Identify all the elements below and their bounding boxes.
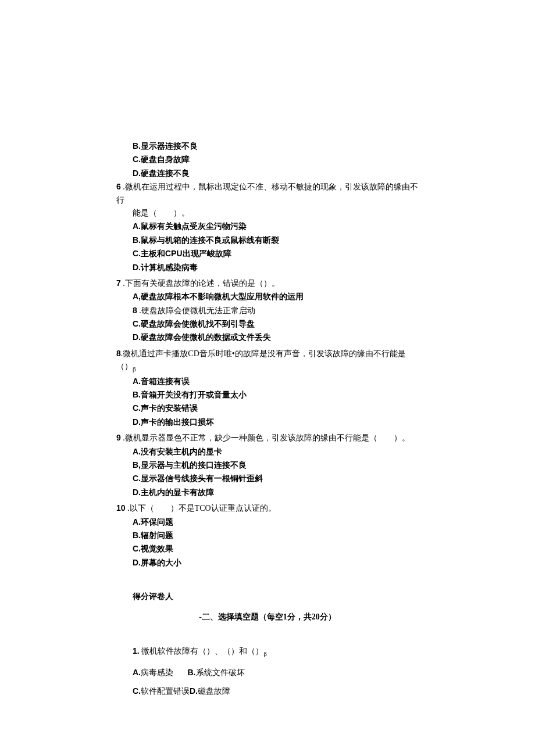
q9-option-c: C.显示器信号线接头有一根铜针歪斜 <box>116 472 419 485</box>
q6-stem-line2: 能是（ ）。 <box>116 207 419 220</box>
opt-label: B,显示器与主机的接口连接不良 <box>133 460 247 470</box>
q5-option-c: C.硬盘自身故障 <box>116 153 419 166</box>
q6-stem-text-1: .微机在运用过程中，鼠标出现定位不准、移动不敏捷的现象，引发该故障的缘由不行 <box>116 182 418 204</box>
q6-option-c: C.主板和CPU出现严峻故障 <box>116 247 419 260</box>
q10-option-c: C.视觉效果 <box>116 542 419 556</box>
q9-option-a: A.没有安装主机内的显卡 <box>116 445 419 458</box>
q6-option-b: B.鼠标与机箱的连接不良或鼠标线有断裂 <box>116 234 419 247</box>
q9-stem-text: .微机显示器显色不正常，缺少一种颜色，引发该故障的缘由不行能是（ ）。 <box>121 433 410 442</box>
opt-label: A.没有安装主机内的显卡 <box>133 447 222 456</box>
fill1-a-label: A. <box>133 668 141 677</box>
q6-number: 6 <box>116 182 121 191</box>
opt-label: B.鼠标与机箱的连接不良或鼠标线有断裂 <box>133 235 279 245</box>
opt-label: C.显示器信号线接头有一根铜针歪斜 <box>133 474 263 483</box>
q8-option-c: C.声卡的安装错误 <box>116 402 419 415</box>
fill1-sub: β <box>263 650 267 657</box>
fill1-d-text: 磁盘故障 <box>198 687 230 696</box>
fill1-d-label: D. <box>190 686 198 696</box>
fill-question-1: 1. 微机软件故障有（）、（）和（）β A.病毒感染 B.系统文件破坏 C.软件… <box>116 644 419 698</box>
q6-option-d: D.计算机感染病毒 <box>116 261 419 274</box>
opt-label: C.硬盘自身故障 <box>133 155 190 164</box>
q8-option-b: B.音箱开关没有打开或音量太小 <box>116 388 419 402</box>
fill1-stem: 1. 微机软件故障有（）、（）和（）β <box>133 644 419 659</box>
q9-option-b: B,显示器与主机的接口连接不良 <box>116 458 419 472</box>
question-8: 8.微机通过声卡播放CD音乐时唯•的故障是没有声音，引发该故障的缘由不行能是（）… <box>116 347 419 429</box>
q10-stem: 10 .以下（ ）不是TCO认证重点认证的。 <box>116 501 419 515</box>
q7-number: 7 <box>116 278 121 288</box>
fill1-a-text: 病毒感染 <box>141 668 173 677</box>
q5-option-d: D.硬盘连接不良 <box>116 167 419 180</box>
opt-label: B.音箱开关没有打开或音量太小 <box>133 390 247 399</box>
opt-label: D.屏幕的大小 <box>133 558 181 567</box>
opt-label: D.计算机感染病毒 <box>133 263 198 272</box>
q8-stem: 8.微机通过声卡播放CD音乐时唯•的故障是没有声音，引发该故障的缘由不行能是（）… <box>116 347 419 375</box>
q10-number: 10 <box>116 503 126 513</box>
opt-label: C.视觉效果 <box>133 544 173 553</box>
opt-label: B.显示器连接不良 <box>133 141 198 151</box>
q9-number: 9 <box>116 433 121 442</box>
opt-label: A.音箱连接有误 <box>133 377 190 386</box>
q10-option-a: A.环保问题 <box>116 515 419 529</box>
opt-label: A,硬盘故障根本不影响微机大型应用软件的运用 <box>133 292 304 301</box>
opt-label: D.主机内的显卡有故障 <box>133 488 214 497</box>
q8-option-a: A.音箱连接有误 <box>116 375 419 388</box>
opt-label: D.硬盘连接不良 <box>133 169 190 178</box>
fill1-b-label: B. <box>188 668 196 677</box>
fill1-row-ab: A.病毒感染 B.系统文件破坏 <box>133 666 419 679</box>
q8-option-d: D.声卡的输出接口损坏 <box>116 415 419 429</box>
q6-option-a: A.鼠标有关触点受灰尘污物污染 <box>116 220 419 233</box>
q6-stem-line1: 6 .微机在运用过程中，鼠标出现定位不准、移动不敏捷的现象，引发该故障的缘由不行 <box>116 180 419 207</box>
q7-option-c: C.硬盘故障会使微机找不到引导盘 <box>116 317 419 331</box>
q7-option-a: A,硬盘故障根本不影响微机大型应用软件的运用 <box>116 290 419 303</box>
q10-option-d: D.屏幕的大小 <box>116 556 419 569</box>
q9-stem: 9 .微机显示器显色不正常，缺少一种颜色，引发该故障的缘由不行能是（ ）。 <box>116 431 419 445</box>
q7-option-b-text: .硬盘故障会使微机无法正常启动 <box>137 306 255 315</box>
fill1-b-text: 系统文件破坏 <box>196 668 245 677</box>
opt-label: D.声卡的输出接口损坏 <box>133 417 214 427</box>
q7-option-b: 8 .硬盘故障会使微机无法正常启动 <box>116 304 419 317</box>
q7-stem: 7 .下面有关硬盘故障的论述，错误的是（）。 <box>116 277 419 290</box>
fill1-number: 1. <box>133 646 140 655</box>
question-9: 9 .微机显示器显色不正常，缺少一种颜色，引发该故障的缘由不行能是（ ）。 A.… <box>116 431 419 499</box>
section-2-title: -二、选择填空题（每空1分，共20分） <box>116 611 419 624</box>
opt-label: A.环保问题 <box>133 517 173 526</box>
question-10: 10 .以下（ ）不是TCO认证重点认证的。 A.环保问题 B.辐射问题 C.视… <box>116 501 419 569</box>
q5-option-b: B.显示器连接不良 <box>116 139 419 153</box>
opt-label: 8 <box>133 306 137 315</box>
q9-option-d: D.主机内的显卡有故障 <box>116 486 419 499</box>
q8-number: 8 <box>116 349 121 358</box>
opt-label: C.主板和CPU出现严峻故障 <box>133 249 231 258</box>
opt-label: C.硬盘故障会使微机找不到引导盘 <box>133 319 255 328</box>
opt-label: D.硬盘故障会使微机的数据或文件丢失 <box>133 332 271 342</box>
fill1-c-text: 软件配置错误 <box>141 687 190 696</box>
q8-stem-text: .微机通过声卡播放CD音乐时唯•的故障是没有声音，引发该故障的缘由不行能是（） <box>116 349 406 371</box>
opt-label: B.辐射问题 <box>133 531 173 540</box>
q8-sub: β <box>133 366 136 372</box>
question-7: 7 .下面有关硬盘故障的论述，错误的是（）。 A,硬盘故障根本不影响微机大型应用… <box>116 277 419 345</box>
question-6: 6 .微机在运用过程中，鼠标出现定位不准、移动不敏捷的现象，引发该故障的缘由不行… <box>116 180 419 274</box>
exam-page: B.显示器连接不良 C.硬盘自身故障 D.硬盘连接不良 6 .微机在运用过程中，… <box>0 0 535 756</box>
fill1-stem-text: 微机软件故障有（）、（）和（） <box>141 647 263 655</box>
scorer-row: 得分评卷人 <box>116 590 419 603</box>
fill1-row-cd: C.软件配置错误D.磁盘故障 <box>133 685 419 698</box>
q7-option-d: D.硬盘故障会使微机的数据或文件丢失 <box>116 331 419 344</box>
q10-option-b: B.辐射问题 <box>116 529 419 542</box>
q10-stem-text: .以下（ ）不是TCO认证重点认证的。 <box>126 504 276 513</box>
q7-stem-text: .下面有关硬盘故障的论述，错误的是（）。 <box>121 279 280 288</box>
opt-label: A.鼠标有关触点受灰尘污物污染 <box>133 221 247 231</box>
opt-label: C.声卡的安装错误 <box>133 403 198 413</box>
fill1-c-label: C. <box>133 686 141 696</box>
